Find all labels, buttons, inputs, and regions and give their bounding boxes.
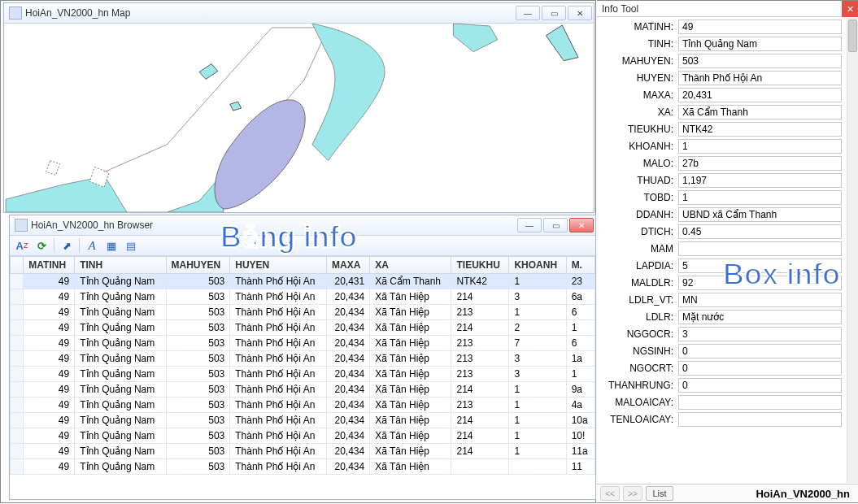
col-header-mahuyen[interactable]: MAHUYEN	[166, 257, 230, 274]
cell[interactable]: 1	[509, 413, 566, 428]
info-field-value[interactable]: 1	[678, 139, 842, 154]
cell[interactable]: Xã Tân Hiệp	[370, 305, 451, 320]
cell[interactable]: 20,434	[327, 444, 370, 459]
cell[interactable]: 503	[166, 413, 230, 428]
cell[interactable]: Thành Phố Hội An	[230, 274, 327, 289]
cell[interactable]: Tỉnh Quảng Nam	[75, 413, 166, 428]
maximize-button[interactable]: ▭	[542, 6, 566, 20]
refresh-icon[interactable]: ⟳	[33, 237, 50, 254]
data-table-container[interactable]: MATINHTINHMAHUYENHUYENMAXAXATIEUKHUKHOAN…	[10, 256, 595, 499]
cell[interactable]: 49	[24, 398, 75, 413]
cell[interactable]: Tỉnh Quảng Nam	[75, 336, 166, 351]
cell[interactable]: Thành Phố Hội An	[230, 351, 327, 367]
minimize-button[interactable]: —	[516, 6, 540, 20]
cell[interactable]: Tỉnh Quảng Nam	[75, 382, 166, 398]
table-row[interactable]: 49Tỉnh Quảng Nam503Thành Phố Hội An20,43…	[11, 428, 595, 444]
table-row[interactable]: 49Tỉnh Quảng Nam503Thành Phố Hội An20,43…	[11, 382, 595, 398]
cell[interactable]: 20,434	[327, 289, 370, 305]
cell[interactable]: 503	[166, 305, 230, 320]
cell[interactable]: 20,434	[327, 351, 370, 367]
col-header-huyen[interactable]: HUYEN	[230, 257, 327, 274]
close-button[interactable]: ✕	[568, 6, 592, 20]
cell[interactable]: 1	[566, 320, 595, 336]
col-header-m[interactable]: M.	[566, 257, 595, 274]
cell[interactable]: Tỉnh Quảng Nam	[75, 305, 166, 320]
pointer-icon[interactable]: ⬈	[58, 237, 76, 254]
cell[interactable]: 49	[24, 336, 75, 351]
cell[interactable]: 6	[566, 336, 595, 351]
cell[interactable]: 2	[509, 320, 566, 336]
cell[interactable]: 1	[566, 367, 595, 382]
info-field-value[interactable]: 92	[678, 276, 842, 290]
table-row[interactable]: 49Tỉnh Quảng Nam503Thành Phố Hội An20,43…	[11, 351, 595, 367]
cell[interactable]	[509, 459, 566, 475]
vertical-scrollbar[interactable]	[847, 18, 858, 483]
cell[interactable]: 503	[166, 367, 230, 382]
col-header-maxa[interactable]: MAXA	[327, 257, 370, 274]
close-button[interactable]: ✕	[569, 218, 594, 232]
table-row[interactable]: 49Tỉnh Quảng Nam503Thành Phố Hội An20,43…	[11, 444, 595, 459]
info-field-value[interactable]: 1	[678, 190, 842, 205]
cell[interactable]: 3	[509, 351, 566, 367]
info-field-value[interactable]: 5	[678, 259, 842, 273]
cell[interactable]: 49	[24, 413, 75, 428]
table-row[interactable]: 49Tỉnh Quảng Nam503Thành Phố Hội An20,43…	[11, 320, 595, 336]
cell[interactable]: Thành Phố Hội An	[230, 367, 327, 382]
cell[interactable]: 503	[166, 289, 230, 305]
info-field-value[interactable]: Tỉnh Quảng Nam	[678, 37, 842, 51]
cell[interactable]: 503	[166, 320, 230, 336]
info-field-value[interactable]: 1,197	[678, 173, 842, 188]
cell[interactable]: Xã Tân Hiệp	[370, 398, 451, 413]
cell[interactable]: 20,434	[327, 320, 370, 336]
table-row[interactable]: 49Tỉnh Quảng Nam503Thành Phố Hội An20,43…	[11, 459, 595, 475]
cell[interactable]: 49	[24, 444, 75, 459]
cell[interactable]: Tỉnh Quảng Nam	[75, 320, 166, 336]
cell[interactable]: 1	[509, 444, 566, 459]
table-add-icon[interactable]: ▦	[102, 237, 120, 254]
table-row[interactable]: 49Tỉnh Quảng Nam503Thành Phố Hội An20,43…	[11, 289, 595, 305]
cell[interactable]: 503	[166, 428, 230, 444]
table-row[interactable]: 49Tỉnh Quảng Nam503Thành Phố Hội An20,43…	[11, 305, 595, 320]
info-field-value[interactable]: 20,431	[678, 88, 842, 102]
cell[interactable]: 503	[166, 274, 230, 289]
prev-record-button[interactable]: <<	[600, 486, 620, 501]
info-tool-close-button[interactable]: ✕	[842, 1, 858, 17]
cell[interactable]: 49	[24, 351, 75, 367]
info-field-value[interactable]: 503	[678, 54, 842, 68]
cell[interactable]: 3	[509, 289, 566, 305]
cell[interactable]: 11a	[566, 444, 595, 459]
cell[interactable]: Xã Tân Hiệp	[370, 336, 451, 351]
cell[interactable]: 49	[24, 289, 75, 305]
browser-titlebar[interactable]: HoiAn_VN2000_hn Browser — ▭ ✕	[10, 215, 595, 236]
table-row[interactable]: 49Tỉnh Quảng Nam503Thành Phố Hội An20,43…	[11, 336, 595, 351]
cell[interactable]: 20,434	[327, 305, 370, 320]
cell[interactable]: Thành Phố Hội An	[230, 413, 327, 428]
cell[interactable]: Tỉnh Quảng Nam	[75, 459, 166, 475]
cell[interactable]: 49	[24, 459, 75, 475]
cell[interactable]: Xã Tân Hiện	[370, 459, 451, 475]
cell[interactable]: Tỉnh Quảng Nam	[75, 351, 166, 367]
info-field-value[interactable]: MN	[678, 293, 842, 307]
cell[interactable]: 3	[509, 367, 566, 382]
cell[interactable]: Xã Tân Hiệp	[370, 428, 451, 444]
cell[interactable]: Thành Phố Hội An	[230, 305, 327, 320]
info-field-value[interactable]: 3	[678, 327, 842, 341]
cell[interactable]: 49	[24, 382, 75, 398]
cell[interactable]: Tỉnh Quảng Nam	[75, 398, 166, 413]
cell[interactable]: Xã Tân Hiệp	[370, 367, 451, 382]
cell[interactable]: 503	[166, 444, 230, 459]
cell[interactable]: 1	[509, 382, 566, 398]
info-field-value[interactable]: 0	[678, 378, 842, 393]
cell[interactable]: Thành Phố Hội An	[230, 336, 327, 351]
cell[interactable]: 20,434	[327, 428, 370, 444]
cell[interactable]: Thành Phố Hội An	[230, 428, 327, 444]
maximize-button[interactable]: ▭	[543, 218, 568, 232]
cell[interactable]: Tỉnh Quảng Nam	[75, 289, 166, 305]
table-row[interactable]: 49Tỉnh Quảng Nam503Thành Phố Hội An20,43…	[11, 274, 595, 289]
cell[interactable]: 213	[451, 336, 509, 351]
scrollbar-thumb[interactable]	[848, 20, 857, 52]
cell[interactable]: 11	[566, 459, 595, 475]
cell[interactable]: Xã Tân Hiệp	[370, 413, 451, 428]
cell[interactable]: 1	[509, 274, 566, 289]
info-field-value[interactable]: 0.45	[678, 224, 842, 239]
